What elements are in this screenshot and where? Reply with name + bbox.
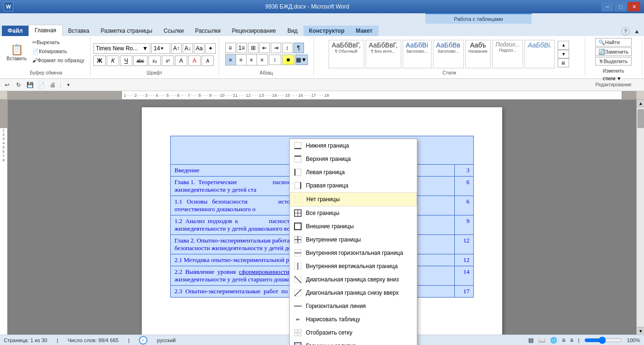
- tab-review[interactable]: Рецензирование: [226, 26, 282, 36]
- save-button[interactable]: 💾: [25, 80, 35, 90]
- multilevel-button[interactable]: ⊞: [248, 43, 258, 53]
- ruler-corner: [0, 91, 8, 100]
- subscript-button[interactable]: x₂: [148, 56, 161, 66]
- italic-button[interactable]: К: [107, 56, 119, 66]
- tab-file[interactable]: Файл: [2, 26, 28, 36]
- view-outline-button[interactable]: ≡: [562, 337, 565, 344]
- scrollbar-down-button[interactable]: ▼: [637, 327, 644, 335]
- scrollbar-thumb[interactable]: [637, 109, 644, 128]
- view-draft-button[interactable]: ≡: [570, 337, 573, 344]
- menu-item-bottom-border[interactable]: Нижняя граница: [290, 139, 417, 152]
- style-normal[interactable]: АаБбВвГ, ¶ Обычный: [329, 40, 364, 68]
- view-reading-button[interactable]: 📖: [538, 337, 545, 344]
- tab-constructor[interactable]: Конструктор: [304, 26, 350, 36]
- tab-view[interactable]: Вид: [282, 26, 304, 36]
- view-normal-button[interactable]: ▤: [528, 337, 534, 344]
- copy-button[interactable]: 📄 Копировать: [30, 47, 87, 56]
- title-bar-controls[interactable]: ─ □ ✕: [601, 2, 640, 11]
- increase-font-button[interactable]: A↑: [171, 43, 182, 54]
- align-justify-button[interactable]: ≡: [257, 55, 267, 65]
- menu-item-inside-borders[interactable]: Внутренние границы: [290, 233, 417, 246]
- font-size-dropdown[interactable]: ▼: [160, 46, 164, 51]
- tab-insert[interactable]: Вставка: [63, 26, 95, 36]
- tab-refs[interactable]: Ссылки: [158, 26, 189, 36]
- styles-up-button[interactable]: ▲: [558, 41, 569, 50]
- strikethrough-button[interactable]: abc: [133, 56, 147, 66]
- align-left-button[interactable]: ≡: [226, 55, 236, 65]
- style-more[interactable]: АаБбВі.: [524, 40, 555, 68]
- change-case-button[interactable]: Aa: [194, 43, 204, 54]
- change-style-button[interactable]: Изменить: [601, 66, 626, 75]
- paste-button[interactable]: 📋 Вставить: [5, 38, 28, 66]
- styles-down-button[interactable]: ▼: [558, 50, 569, 59]
- menu-item-diag-up[interactable]: Диагональная граница снизу вверх: [290, 286, 417, 299]
- align-right-button[interactable]: ≡: [247, 55, 257, 65]
- close-button[interactable]: ✕: [628, 2, 640, 11]
- bullets-button[interactable]: ≡: [225, 43, 236, 53]
- new-button[interactable]: 📄: [36, 80, 46, 90]
- styles-expand-button[interactable]: ⊞: [558, 58, 569, 67]
- font-name-dropdown[interactable]: ▼: [142, 45, 148, 52]
- menu-item-borders-fill[interactable]: Границы и заливка...: [290, 339, 417, 345]
- toolbar-expand-button[interactable]: ▼: [63, 80, 74, 90]
- menu-item-all-borders[interactable]: Все границы: [290, 206, 417, 220]
- ribbon-group-editing: 🔍 Найти 🔄 Заменить 🖱 Выделить Изменить с…: [585, 37, 642, 77]
- menu-item-inner-v-border[interactable]: Внутренняя вертикальная граница: [290, 260, 417, 273]
- menu-item-outside-borders[interactable]: Внешние границы: [290, 220, 417, 233]
- menu-item-show-grid[interactable]: Отобразить сетку: [290, 326, 417, 339]
- clear-format-button[interactable]: ✦: [205, 43, 216, 54]
- redo-button[interactable]: ↻: [13, 80, 24, 90]
- menu-item-no-border[interactable]: Нет границы: [290, 192, 417, 206]
- shading-button[interactable]: ■: [282, 55, 294, 65]
- style-heading1[interactable]: АаБбВі Заголово...: [403, 40, 432, 68]
- replace-button[interactable]: 🔄 Заменить: [595, 47, 632, 56]
- align-center-button[interactable]: ≡: [236, 55, 247, 65]
- show-marks-button[interactable]: ¶: [294, 43, 304, 53]
- table-cell-page: 3: [455, 165, 474, 177]
- print-button[interactable]: 🖨: [47, 80, 58, 90]
- format-paint-button[interactable]: 🖌 Формат по образцу: [30, 56, 87, 65]
- maximize-button[interactable]: □: [615, 2, 627, 11]
- line-spacing-button[interactable]: ↕: [269, 55, 281, 65]
- decrease-font-button[interactable]: A↓: [183, 43, 193, 54]
- style-title[interactable]: Аабъ Название: [465, 40, 491, 68]
- font-size-box[interactable]: 14 ▼: [151, 43, 170, 54]
- find-button[interactable]: 🔍 Найти: [595, 38, 632, 47]
- menu-item-h-line[interactable]: Горизонтальная линия: [290, 299, 417, 313]
- help-button[interactable]: ?: [621, 27, 630, 36]
- menu-item-draw-table[interactable]: ✏ Нарисовать таблицу: [290, 313, 417, 326]
- minimize-button[interactable]: ─: [601, 2, 614, 11]
- menu-item-diag-down[interactable]: Диагональная граница сверху вниз: [290, 273, 417, 286]
- menu-item-top-border[interactable]: Верхняя граница: [290, 152, 417, 166]
- zoom-slider[interactable]: [584, 336, 622, 344]
- decrease-indent-button[interactable]: ⇤: [259, 43, 270, 53]
- scrollbar-up-button[interactable]: ▲: [637, 100, 644, 107]
- borders-button[interactable]: ▦▼: [295, 55, 308, 65]
- increase-indent-button[interactable]: ⇥: [271, 43, 281, 53]
- menu-item-inner-h-border[interactable]: Внутренняя горизонтальная граница: [290, 246, 417, 260]
- bold-button[interactable]: Ж: [93, 56, 106, 66]
- vertical-scrollbar[interactable]: ▲ ▼: [636, 100, 644, 335]
- undo-button[interactable]: ↩: [2, 80, 12, 90]
- menu-item-right-border[interactable]: Правая граница: [290, 179, 417, 192]
- numbering-button[interactable]: 1≡: [237, 43, 247, 53]
- tab-mailings[interactable]: Рассылки: [189, 26, 226, 36]
- tab-home[interactable]: Главная: [28, 25, 63, 36]
- view-web-button[interactable]: 🌐: [550, 337, 557, 344]
- tab-layout2[interactable]: Макет: [350, 26, 378, 36]
- highlight-button[interactable]: A: [175, 56, 187, 66]
- underline-button[interactable]: Ч: [120, 56, 132, 66]
- font-name-box[interactable]: Times New Ro... ▼: [93, 43, 150, 54]
- sort-button[interactable]: ↕: [282, 43, 293, 53]
- cut-button[interactable]: ✂ Вырезать: [30, 38, 87, 47]
- ribbon-collapse-button[interactable]: ▲: [632, 27, 642, 36]
- style-subtitle[interactable]: Подгол... Подгол...: [492, 40, 523, 68]
- style-no-interval[interactable]: АаБбВвГ, ¶ Без инте...: [366, 40, 401, 68]
- superscript-button[interactable]: x²: [162, 56, 174, 66]
- style-heading2[interactable]: АаБбВв Заголово...: [433, 40, 464, 68]
- font-color-button[interactable]: A: [188, 56, 201, 66]
- tab-layout[interactable]: Разметка страницы: [95, 26, 158, 36]
- text-effects-button[interactable]: A: [202, 56, 214, 66]
- menu-item-left-border[interactable]: Левая граница: [290, 166, 417, 179]
- select-button[interactable]: 🖱 Выделить: [595, 57, 632, 65]
